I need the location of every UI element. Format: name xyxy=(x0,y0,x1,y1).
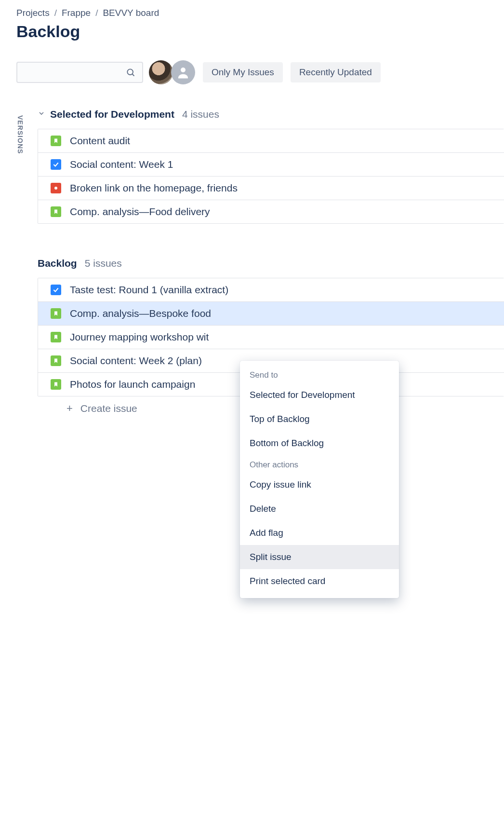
issue-title: Taste test: Round 1 (vanilla extract) xyxy=(70,284,228,296)
section-issue-count: 5 issues xyxy=(85,258,122,269)
issue-title: Comp. analysis—Bespoke food xyxy=(70,308,211,319)
section-header-selected[interactable]: Selected for Development 4 issues xyxy=(38,109,504,120)
issue-title: Photos for launch campaign xyxy=(70,379,195,390)
breadcrumb-project[interactable]: Frappe xyxy=(62,8,91,18)
issue-title: Social content: Week 2 (plan) xyxy=(70,355,202,367)
recently-updated-button[interactable]: Recently Updated xyxy=(291,62,381,82)
chevron-down-icon xyxy=(38,109,45,119)
story-icon xyxy=(51,206,61,217)
issue-context-menu: Send to Selected for Development Top of … xyxy=(240,361,399,423)
issue-row[interactable]: Comp. analysis—Food delivery xyxy=(38,200,504,223)
issue-row[interactable]: Social content: Week 1 xyxy=(38,153,504,177)
issue-title: Social content: Week 1 xyxy=(70,159,173,170)
svg-line-1 xyxy=(133,74,134,76)
story-icon xyxy=(51,308,61,319)
story-icon xyxy=(51,332,61,342)
versions-panel-tab[interactable]: VERSIONS xyxy=(16,109,29,415)
only-my-issues-button[interactable]: Only My Issues xyxy=(203,62,283,82)
svg-point-0 xyxy=(127,69,133,75)
task-icon xyxy=(51,285,61,295)
issue-row[interactable]: Comp. analysis—Bespoke food xyxy=(38,302,504,326)
breadcrumb-projects[interactable]: Projects xyxy=(16,8,50,18)
search-input[interactable] xyxy=(16,62,143,83)
menu-send-top-backlog[interactable]: Top of Backlog xyxy=(240,407,399,423)
avatar-unassigned[interactable] xyxy=(171,60,195,84)
story-icon xyxy=(51,379,61,390)
svg-point-3 xyxy=(54,187,57,190)
breadcrumb-separator: / xyxy=(54,8,57,18)
breadcrumb-board[interactable]: BEVVY board xyxy=(103,8,159,18)
issue-title: Journey mapping workshop wit xyxy=(70,331,209,343)
story-icon xyxy=(51,355,61,366)
section-header-backlog[interactable]: Backlog 5 issues xyxy=(38,258,504,269)
avatar-user-1[interactable] xyxy=(149,60,173,84)
issue-row[interactable]: Broken link on the homepage, friends xyxy=(38,177,504,200)
story-icon xyxy=(51,136,61,146)
assignee-avatars xyxy=(151,60,195,84)
selected-issue-list: Content audit Social content: Week 1 Bro… xyxy=(38,129,504,224)
menu-group-send-to: Send to xyxy=(240,366,399,383)
breadcrumb: Projects / Frappe / BEVVY board xyxy=(16,8,504,18)
section-issue-count: 4 issues xyxy=(182,109,219,120)
bug-icon xyxy=(51,183,61,193)
issue-title: Broken link on the homepage, friends xyxy=(70,182,238,194)
menu-send-selected-dev[interactable]: Selected for Development xyxy=(240,383,399,407)
breadcrumb-separator: / xyxy=(95,8,98,18)
toolbar: Only My Issues Recently Updated xyxy=(16,60,504,84)
issue-title: Content audit xyxy=(70,135,130,147)
issue-row[interactable]: Journey mapping workshop wit xyxy=(38,326,504,349)
issue-title: Comp. analysis—Food delivery xyxy=(70,206,210,218)
page-title: Backlog xyxy=(16,22,504,41)
section-title: Selected for Development xyxy=(50,109,174,120)
search-icon xyxy=(126,68,135,77)
issue-row[interactable]: Content audit xyxy=(38,129,504,153)
section-title: Backlog xyxy=(38,258,77,269)
svg-point-2 xyxy=(181,68,186,72)
task-icon xyxy=(51,159,61,170)
plus-icon: + xyxy=(66,402,73,415)
issue-row[interactable]: Taste test: Round 1 (vanilla extract) xyxy=(38,278,504,302)
create-issue-label: Create issue xyxy=(80,403,137,414)
